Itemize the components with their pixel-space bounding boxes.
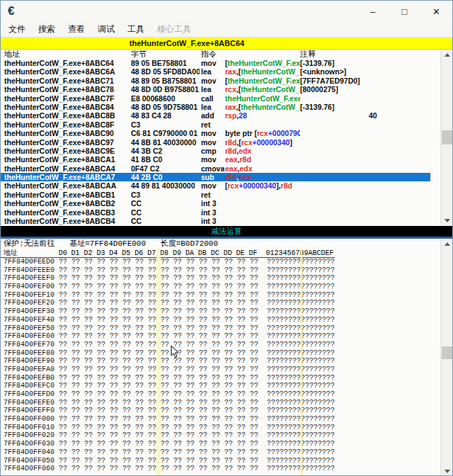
disasm-row[interactable]: theHunterCotW_F.exe+8ABCA141 8B C0moveax… [1,155,430,164]
hexdump-row[interactable]: 7FF84D0FEF80????????????????????????????… [1,349,452,358]
region-length-value: 长度=B0D72000 [161,239,218,248]
disasm-row[interactable]: theHunterCotW_F.exe+8ABCB1C3ret [1,191,430,199]
menu-item-file[interactable]: 文件 [2,22,32,37]
hexdump-row[interactable]: 7FF84D0FEFA0????????????????????????????… [1,366,452,374]
disasm-row[interactable]: theHunterCotW_F.exe+8ABCB4CCint 3 [1,217,430,225]
hexdump-row[interactable]: 7FF84D0FF050????????????????????????????… [1,457,452,465]
hexdump-byte: ?? [212,332,224,341]
hexdump-byte: ?? [110,332,122,341]
scroll-down-icon[interactable] [441,215,453,226]
hexdump-row[interactable]: 7FF84D0FF000????????????????????????????… [1,415,452,424]
disasm-row[interactable]: theHunterCotW_F.exe+8ABC9E44 3B C2cmpr8d… [1,147,430,155]
hexdump-row[interactable]: 7FF84D0FEFE0????????????????????????????… [1,399,452,407]
hexdump-byte: ?? [224,349,237,358]
disasm-row[interactable]: theHunterCotW_F.exe+8ABC6A48 8D 05 5FD8D… [1,67,430,76]
hexdump-byte: ?? [173,299,186,307]
hexdump-byte: ?? [250,283,263,291]
hexdump-row[interactable]: 7FF84D0FEFB0????????????????????????????… [1,374,452,382]
scroll-up-icon[interactable] [441,239,452,249]
hex-header-byte: D3 [96,249,109,257]
scroll-down-icon[interactable] [441,466,452,476]
hexdump-row[interactable]: 7FF84D0FF010????????????????????????????… [1,424,452,432]
hexdump-row[interactable]: 7FF84D0FEF70????????????????????????????… [1,341,452,349]
hexdump-ascii: ???????????????? [267,274,336,283]
hexdump-row[interactable]: 7FF84D0FF030????????????????????????????… [1,440,452,448]
hexdump-row[interactable]: 7FF84D0FF040????????????????????????????… [1,448,452,457]
hexdump-byte: ?? [135,448,148,457]
hexdump-byte: ?? [173,440,186,448]
menu-item-debug[interactable]: 调试 [91,22,121,37]
maximize-button[interactable]: □ [389,1,420,22]
disasm-row[interactable]: theHunterCotW_F.exe+8ABCAA44 89 81 40030… [1,181,430,190]
hexdump-byte: ?? [59,374,71,382]
hexdump-row[interactable]: 7FF84D0FEF90????????????????????????????… [1,357,452,366]
operand-segment: rcx [257,129,268,137]
hexdump-byte: ?? [84,341,97,349]
hexdump-row[interactable]: 7FF84D0FEF30????????????????????????????… [1,307,452,316]
hexdump-row[interactable]: 7FF84D0FEEE0????????????????????????????… [1,266,452,275]
menu-item-tools[interactable]: 工具 [121,22,151,37]
hexdump-byte: ?? [122,448,135,457]
hexdump-byte: ?? [212,415,224,424]
disasm-mnemonic: lea [201,85,224,94]
hexdump-byte: ?? [122,407,135,415]
disasm-row[interactable]: theHunterCotW_F.exe+8ABC7848 8D 0D B9758… [1,85,430,94]
hexdump-byte: ?? [135,274,148,283]
hexdump-row[interactable]: 7FF84D0FF020????????????????????????????… [1,431,452,440]
hexdump-byte: ?? [135,299,148,307]
hexdump-row[interactable]: 7FF84D0FEFC0????????????????????????????… [1,382,452,390]
hexdump-byte: ?? [186,316,199,324]
hexdump-row[interactable]: 7FF84D0FEF50????????????????????????????… [1,324,452,333]
disassembly-scrollbar[interactable] [440,50,452,226]
disasm-row[interactable]: theHunterCotW_F.exe+8ABC9744 8B 81 40030… [1,138,430,147]
scroll-up-icon[interactable] [441,50,453,60]
hexdump-row[interactable]: 7FF84D0FEF20????????????????????????????… [1,299,452,307]
hexdump-byte: ?? [250,366,263,374]
memory-viewer-window: € – □ ✕ 文件搜索查看调试工具核心工具 theHunterCotW_F.e… [0,0,453,476]
hexdump-byte: ?? [110,349,122,358]
menu-item-search[interactable]: 搜索 [32,22,62,37]
hexdump-byte: ?? [250,424,263,432]
hexdump-row[interactable]: 7FF84D0FEF10????????????????????????????… [1,291,452,300]
hexdump-byte: ?? [71,324,84,333]
hexdump-row[interactable]: 7FF84D0FEED0????????????????????????????… [1,258,452,266]
hexdump-row[interactable]: 7FF84D0FEFD0????????????????????????????… [1,390,452,399]
hexdump-byte: ?? [186,349,199,358]
disasm-row[interactable]: theHunterCotW_F.exe+8ABC6489 05 BE758801… [1,59,430,67]
disasm-row[interactable]: theHunterCotW_F.exe+8ABCB2CCint 3 [1,199,430,208]
disasm-row[interactable]: theHunterCotW_F.exe+8ABC7FE8 00068600cal… [1,94,430,103]
hexdump-row[interactable]: 7FF84D0FF060????????????????????????????… [1,465,452,473]
hexdump-byte: ?? [199,357,212,366]
hexdump-row[interactable]: 7FF84D0FEF40????????????????????????????… [1,316,452,324]
disasm-row[interactable]: theHunterCotW_F.exe+8ABC8FC3ret [1,120,430,129]
disasm-row[interactable]: theHunterCotW_F.exe+8ABCA40F47 C2cmovaea… [1,164,430,173]
menu-item-core-tools[interactable]: 核心工具 [151,22,197,37]
menu-item-view[interactable]: 查看 [62,22,91,37]
hexdump-row[interactable]: 7FF84D0FEEF0????????????????????????????… [1,274,452,283]
disasm-row[interactable]: theHunterCotW_F.exe+8ABC7148 89 05 B8758… [1,76,430,85]
hexdump-byte: ?? [212,465,224,473]
operand-segment: rax [225,67,236,76]
hexdump-byte: ?? [173,424,186,432]
hexdump-row[interactable]: 7FF84D0FEFF0????????????????????????????… [1,407,452,415]
close-button[interactable]: ✕ [420,1,452,22]
disasm-comment: [80000275] [300,85,429,94]
hexdump-row[interactable]: 7FF84D0FEF00????????????????????????????… [1,283,452,291]
scrollbar-thumb[interactable] [442,346,452,359]
hexdump-byte: ?? [71,307,84,316]
hexdump-scrollbar[interactable] [440,239,452,476]
disasm-row[interactable]: theHunterCotW_F.exe+8ABCB3CCint 3 [1,208,430,217]
window-controls: – □ ✕ [357,1,452,22]
scrollbar-thumb[interactable] [442,130,452,144]
disasm-row[interactable]: theHunterCotW_F.exe+8ABCA744 2B C0subr8d… [1,173,430,181]
hexdump-byte: ?? [135,266,148,275]
hexdump-byte: ?? [186,274,199,283]
hexdump-byte: ?? [84,465,97,473]
disasm-row[interactable]: theHunterCotW_F.exe+8ABC8448 8D 05 9D758… [1,103,430,111]
hexdump-byte: ?? [135,465,148,473]
minimize-button[interactable]: – [357,1,389,22]
disasm-row[interactable]: theHunterCotW_F.exe+8ABC8B48 83 C4 28add… [1,111,430,120]
hexdump-byte: ?? [71,299,84,307]
hexdump-row[interactable]: 7FF84D0FEF60????????????????????????????… [1,332,452,341]
disasm-row[interactable]: theHunterCotW_F.exe+8ABC90C6 81 C9790000… [1,129,430,137]
